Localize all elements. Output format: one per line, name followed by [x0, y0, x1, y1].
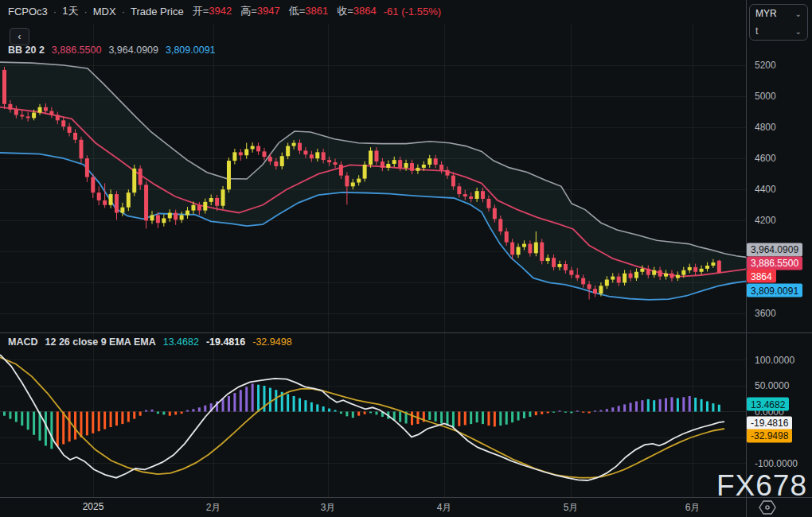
candle[interactable]: [463, 194, 467, 196]
candle[interactable]: [251, 146, 255, 150]
candle[interactable]: [617, 277, 621, 283]
macd-histogram-bar[interactable]: [322, 406, 325, 412]
candle[interactable]: [44, 107, 48, 111]
candle[interactable]: [629, 274, 633, 278]
candle[interactable]: [256, 146, 260, 152]
candle[interactable]: [634, 272, 638, 278]
macd-histogram-bar[interactable]: [92, 412, 94, 433]
macd-histogram-bar[interactable]: [517, 412, 520, 421]
candle[interactable]: [280, 156, 284, 166]
macd-histogram-bar[interactable]: [186, 410, 189, 412]
candle[interactable]: [14, 110, 18, 115]
candle[interactable]: [427, 158, 431, 165]
macd-histogram-bar[interactable]: [665, 398, 667, 412]
macd-histogram-bar[interactable]: [588, 412, 591, 414]
macd-histogram-bar[interactable]: [74, 412, 76, 440]
macd-histogram-bar[interactable]: [45, 412, 47, 446]
candle[interactable]: [103, 200, 107, 205]
candle[interactable]: [209, 198, 213, 202]
macd-histogram-bar[interactable]: [718, 405, 720, 412]
candle[interactable]: [481, 191, 485, 199]
macd-histogram-bar[interactable]: [222, 398, 224, 411]
candle[interactable]: [381, 161, 385, 168]
candle[interactable]: [611, 277, 615, 280]
candle[interactable]: [274, 161, 278, 166]
candle[interactable]: [144, 185, 148, 220]
macd-histogram-bar[interactable]: [694, 398, 697, 412]
candle[interactable]: [711, 262, 715, 266]
macd-histogram-bar[interactable]: [647, 399, 650, 412]
candle[interactable]: [339, 165, 343, 176]
macd-histogram-bar[interactable]: [133, 412, 135, 419]
candle[interactable]: [315, 152, 319, 158]
symbol-name[interactable]: FCPOc3: [8, 6, 48, 17]
candle[interactable]: [457, 186, 461, 194]
candle[interactable]: [528, 244, 532, 254]
candle[interactable]: [581, 278, 585, 285]
macd-histogram-bar[interactable]: [630, 402, 632, 411]
macd-histogram-bar[interactable]: [582, 412, 584, 413]
macd-histogram-bar[interactable]: [535, 412, 537, 416]
macd-histogram-bar[interactable]: [3, 412, 6, 416]
candle[interactable]: [351, 182, 355, 186]
candle[interactable]: [386, 164, 390, 168]
macd-histogram-bar[interactable]: [653, 400, 655, 411]
candle[interactable]: [268, 157, 272, 161]
candle[interactable]: [310, 154, 314, 158]
candle[interactable]: [49, 111, 53, 115]
time-label[interactable]: 2月: [206, 501, 221, 515]
candle[interactable]: [2, 70, 6, 104]
candle[interactable]: [174, 213, 178, 220]
macd-signal-line[interactable]: [0, 357, 724, 477]
macd-histogram-bar[interactable]: [9, 412, 11, 419]
candle[interactable]: [522, 244, 526, 247]
candle[interactable]: [357, 179, 361, 183]
candle[interactable]: [676, 275, 680, 278]
candle[interactable]: [623, 274, 627, 283]
candle[interactable]: [262, 151, 266, 157]
macd-histogram-bar[interactable]: [499, 412, 502, 426]
candle[interactable]: [8, 104, 12, 110]
candle[interactable]: [85, 158, 89, 177]
macd-histogram-bar[interactable]: [121, 412, 123, 425]
macd-histogram-bar[interactable]: [328, 409, 330, 412]
macd-histogram-bar[interactable]: [240, 390, 242, 411]
candle[interactable]: [239, 152, 243, 155]
candle[interactable]: [593, 289, 597, 293]
macd-histogram-bar[interactable]: [80, 412, 82, 438]
candle[interactable]: [398, 160, 402, 168]
time-label[interactable]: 2025: [83, 501, 104, 512]
macd-histogram-bar[interactable]: [98, 412, 100, 432]
macd-histogram-bar[interactable]: [204, 406, 206, 412]
candle[interactable]: [557, 264, 561, 267]
macd-histogram-bar[interactable]: [606, 409, 608, 411]
candle[interactable]: [434, 158, 438, 165]
macd-histogram-bar[interactable]: [340, 412, 342, 414]
macd-histogram-bar[interactable]: [494, 412, 496, 427]
macd-histogram-bar[interactable]: [476, 412, 478, 423]
macd-histogram-bar[interactable]: [677, 398, 679, 412]
macd-histogram-bar[interactable]: [181, 412, 183, 414]
macd-histogram-bar[interactable]: [293, 396, 295, 412]
candle[interactable]: [20, 115, 24, 116]
macd-histogram-bar[interactable]: [145, 410, 147, 412]
macd-histogram-bar[interactable]: [541, 412, 543, 414]
macd-histogram-bar[interactable]: [86, 412, 88, 436]
candle[interactable]: [552, 258, 556, 267]
candle[interactable]: [191, 205, 195, 211]
macd-histogram-bar[interactable]: [252, 383, 254, 411]
macd-histogram-bar[interactable]: [57, 412, 59, 447]
macd-histogram-bar[interactable]: [611, 407, 614, 411]
candle[interactable]: [91, 177, 95, 193]
candle[interactable]: [32, 113, 36, 119]
candle[interactable]: [404, 163, 408, 168]
macd-histogram-bar[interactable]: [151, 410, 154, 412]
macd-main-line[interactable]: [0, 355, 724, 480]
candle[interactable]: [292, 143, 296, 146]
macd-histogram-bar[interactable]: [618, 406, 620, 411]
macd-histogram-bar[interactable]: [352, 412, 354, 418]
macd-histogram-bar[interactable]: [564, 412, 567, 413]
candle[interactable]: [61, 120, 65, 126]
candle[interactable]: [303, 150, 307, 154]
macd-histogram-bar[interactable]: [470, 412, 472, 425]
